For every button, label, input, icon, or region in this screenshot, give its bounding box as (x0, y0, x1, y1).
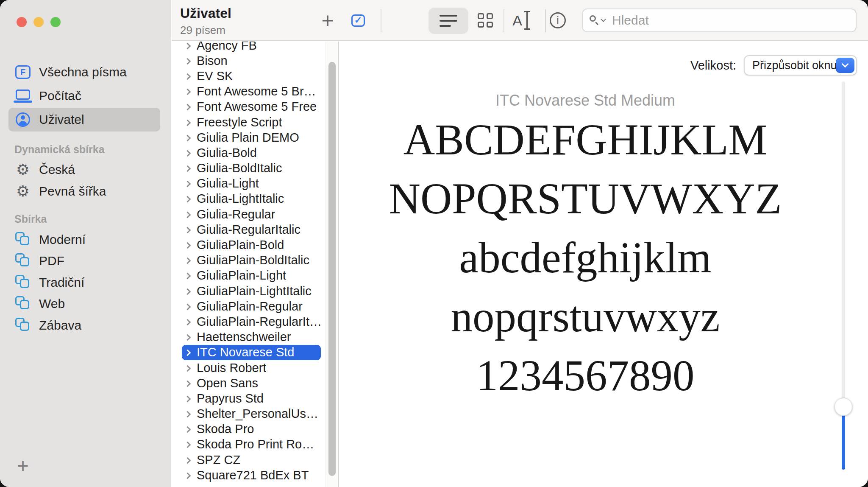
sidebar-item-pevna-sirka[interactable]: ⚙ Pevná šířka (8, 181, 160, 202)
add-font-button[interactable]: + (315, 8, 340, 33)
sidebar-item-tradicni[interactable]: Tradiční (8, 272, 160, 293)
font-name: EV SK (197, 69, 233, 83)
font-list-item[interactable]: Haettenschweiler (182, 330, 321, 345)
font-list-item[interactable]: EV SK (182, 68, 321, 84)
close-window-button[interactable] (17, 17, 27, 27)
font-name: Giulia-Light (197, 176, 259, 190)
disclosure-chevron-icon[interactable] (184, 196, 191, 203)
font-list-item[interactable]: GiuliaPlain-Light (182, 268, 321, 283)
disclosure-chevron-icon[interactable] (184, 227, 191, 234)
font-list-item[interactable]: ITC Novarese Std (182, 345, 321, 360)
disclosure-chevron-icon[interactable] (184, 42, 191, 49)
sidebar-item-ceska[interactable]: ⚙ Česká (8, 159, 160, 180)
disclosure-chevron-icon[interactable] (184, 426, 191, 433)
sidebar-item-all-fonts[interactable]: F Všechna písma (8, 60, 160, 84)
font-list-item[interactable]: GiuliaPlain-LightItalic (182, 283, 321, 299)
font-list-item[interactable]: Louis Robert (182, 360, 321, 375)
disclosure-chevron-icon[interactable] (184, 73, 191, 80)
font-list-item[interactable]: GiuliaPlain-Regular (182, 299, 321, 314)
sidebar-item-zabava[interactable]: Zábava (8, 315, 160, 336)
font-list-item[interactable]: GiuliaPlain-BoldItalic (182, 253, 321, 268)
font-list-item[interactable]: Font Awesome 5 Free (182, 99, 321, 115)
slider-track[interactable] (842, 81, 845, 407)
disclosure-chevron-icon[interactable] (184, 319, 191, 326)
disclosure-chevron-icon[interactable] (184, 304, 191, 311)
info-button[interactable]: i (544, 8, 572, 32)
font-list-item[interactable]: Square721 BdEx BT (182, 467, 321, 483)
disclosure-chevron-icon[interactable] (184, 273, 191, 280)
computer-icon (13, 89, 33, 103)
disclosure-chevron-icon[interactable] (184, 365, 191, 372)
font-name: Giulia-Bold (197, 146, 257, 160)
slider-fill[interactable] (842, 407, 845, 470)
sidebar-item-user[interactable]: Uživatel (8, 108, 160, 132)
zoom-window-button[interactable] (50, 17, 61, 27)
font-list-item[interactable]: Giulia-LightItalic (182, 191, 321, 207)
search-scope-chevron-icon[interactable] (601, 17, 606, 22)
font-list-item[interactable]: Giulia-Bold (182, 145, 321, 160)
search-icon (590, 15, 600, 25)
sample-line: NOPQRSTUVWXYZ (340, 169, 831, 228)
font-list-item[interactable]: GiuliaPlain-Bold (182, 237, 321, 252)
font-list-scrollbar[interactable] (326, 42, 338, 487)
minimize-window-button[interactable] (33, 17, 44, 27)
size-dropdown[interactable]: Přizpůsobit oknu (744, 55, 857, 76)
disclosure-chevron-icon[interactable] (184, 89, 191, 95)
disclosure-chevron-icon[interactable] (184, 411, 191, 418)
font-list-item[interactable]: Agency FB (182, 42, 321, 53)
font-list-item[interactable]: Skoda Pro Print Ro… (182, 437, 321, 452)
add-collection-button[interactable]: + (10, 453, 36, 479)
sample-text-button[interactable]: A (506, 8, 536, 32)
slider-thumb[interactable] (835, 398, 852, 416)
window-controls (17, 17, 61, 27)
font-list-item[interactable]: Giulia-BoldItalic (182, 161, 321, 176)
font-list-item[interactable]: Giulia Plain DEMO (182, 130, 321, 145)
font-name: GiuliaPlain-LightItalic (197, 284, 312, 298)
gear-icon: ⚙ (13, 162, 33, 177)
font-list-item[interactable]: Bison (182, 53, 321, 68)
disclosure-chevron-icon[interactable] (184, 242, 191, 249)
list-view-button[interactable] (428, 8, 468, 34)
font-list-item[interactable]: Giulia-RegularItalic (182, 222, 321, 237)
sample-font-title: ITC Novarese Std Medium (340, 92, 831, 109)
disclosure-chevron-icon[interactable] (184, 150, 191, 157)
disclosure-chevron-icon[interactable] (184, 288, 191, 295)
scrollbar-thumb[interactable] (328, 62, 336, 476)
font-list-item[interactable]: Skoda Pro (182, 422, 321, 437)
font-list-item[interactable]: GiuliaPlain-RegularIt… (182, 314, 321, 329)
font-list-item[interactable]: Giulia-Regular (182, 207, 321, 222)
font-name: Font Awesome 5 Free (197, 100, 317, 114)
font-name: Haettenschweiler (197, 330, 291, 344)
disclosure-chevron-icon[interactable] (184, 134, 191, 141)
sidebar-section-dynamic-collection: Dynamická sbírka (14, 143, 105, 156)
disclosure-chevron-icon[interactable] (184, 442, 191, 448)
sidebar-item-moderni[interactable]: Moderní (8, 229, 160, 250)
disclosure-chevron-icon[interactable] (184, 165, 191, 172)
disclosure-chevron-icon[interactable] (184, 350, 191, 356)
font-list-item[interactable]: Papyrus Std (182, 391, 321, 406)
validate-fonts-button[interactable]: ✓ (345, 8, 372, 32)
disclosure-chevron-icon[interactable] (184, 181, 191, 188)
disclosure-chevron-icon[interactable] (184, 396, 191, 403)
font-list-item[interactable]: Shelter_PersonalUs… (182, 406, 321, 422)
font-list-item[interactable]: Font Awesome 5 Br… (182, 84, 321, 99)
search-input[interactable] (611, 13, 849, 28)
disclosure-chevron-icon[interactable] (184, 334, 191, 341)
disclosure-chevron-icon[interactable] (184, 380, 191, 387)
grid-view-button[interactable] (471, 8, 500, 32)
font-list-item[interactable]: Giulia-Light (182, 176, 321, 191)
sidebar-item-computer[interactable]: Počítač (8, 84, 160, 108)
font-list-item[interactable]: Open Sans (182, 375, 321, 391)
disclosure-chevron-icon[interactable] (184, 457, 191, 464)
disclosure-chevron-icon[interactable] (184, 257, 191, 264)
size-dropdown-value: Přizpůsobit oknu (752, 59, 837, 72)
disclosure-chevron-icon[interactable] (184, 58, 191, 65)
sidebar-item-pdf[interactable]: PDF (8, 250, 160, 271)
sidebar-item-web[interactable]: Web (8, 293, 160, 314)
disclosure-chevron-icon[interactable] (184, 119, 191, 126)
disclosure-chevron-icon[interactable] (184, 104, 191, 111)
disclosure-chevron-icon[interactable] (184, 211, 191, 218)
disclosure-chevron-icon[interactable] (184, 473, 191, 479)
font-list-item[interactable]: Freestyle Script (182, 115, 321, 130)
font-list-item[interactable]: SPZ CZ (182, 452, 321, 467)
